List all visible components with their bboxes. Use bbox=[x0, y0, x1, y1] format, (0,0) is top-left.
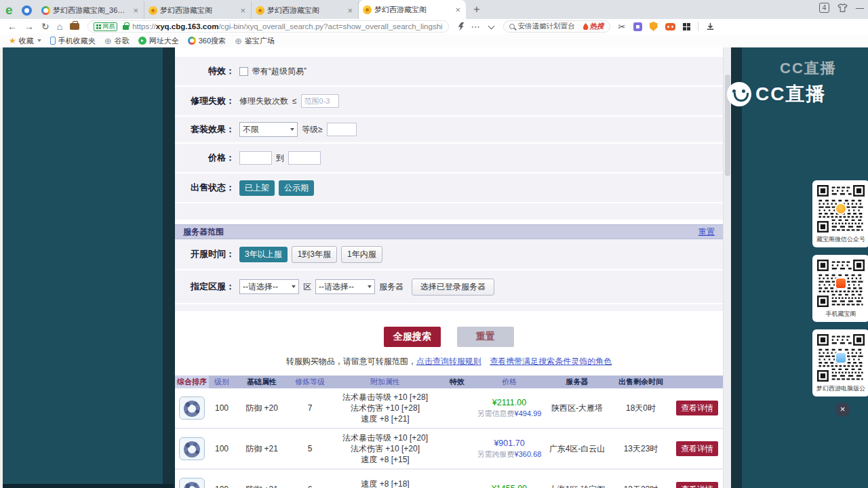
header-price[interactable]: 价格 bbox=[475, 377, 544, 387]
webpage-viewport: 特效： 带有“超级简易” 修理失败： 修理失败次数 ≤ 套装效果： 不限 bbox=[0, 47, 868, 488]
caret-down-icon bbox=[292, 285, 296, 288]
results-table: 综合排序 级别 基础属性 修炼等级 附加属性 特效 价格 服务器 出售剩余时间 … bbox=[175, 375, 723, 488]
header-server: 服务器 bbox=[544, 377, 610, 387]
bookmarks-bar: 收藏 手机收藏夹 谷歌 网址大全 360搜索 鉴宝广场 bbox=[0, 34, 868, 47]
profile-icon[interactable] bbox=[22, 5, 32, 16]
checkbox-label: 带有“超级简易” bbox=[252, 66, 307, 77]
form-spacer bbox=[175, 203, 723, 221]
shield-icon[interactable] bbox=[650, 22, 658, 31]
server-select[interactable]: --请选择-- bbox=[315, 279, 375, 294]
page-scrollbar[interactable] bbox=[723, 47, 731, 488]
cell-level: 100 bbox=[209, 485, 235, 488]
forward-icon[interactable]: → bbox=[24, 20, 34, 33]
zone-select[interactable]: --请选择-- bbox=[239, 279, 299, 294]
close-tab-icon[interactable]: × bbox=[454, 5, 462, 15]
bookmark-favorites[interactable]: 收藏 bbox=[9, 36, 41, 46]
qr-caption: 手机藏宝阁 bbox=[816, 310, 865, 319]
qr-caption: 藏宝阁微信公众号 bbox=[816, 235, 865, 244]
tab-search-result[interactable]: 梦幻西游藏宝阁_360搜索 × bbox=[37, 1, 144, 19]
filter-label: 开服时间： bbox=[175, 248, 235, 260]
filter-row-zone: 指定区服： --请选择-- 区 --请选择-- 服务器 选择已登录服务器 bbox=[175, 270, 723, 304]
item-ring-icon[interactable] bbox=[179, 478, 205, 488]
view-detail-button[interactable]: 查看详情 bbox=[676, 401, 718, 415]
table-row[interactable]: 100 防御 +21 5 法术暴击等级 +10 [+20]法术伤害 +10 [+… bbox=[175, 429, 723, 470]
tab-cbg-active[interactable]: 梦幻西游藏宝阁 × bbox=[359, 0, 466, 19]
price-min-input[interactable] bbox=[239, 151, 272, 165]
close-qr-sidebar-button[interactable]: × bbox=[835, 403, 850, 417]
more-menu-icon[interactable]: ⋯ bbox=[471, 22, 481, 32]
home-icon[interactable]: ⌂ bbox=[57, 20, 62, 33]
super-simple-checkbox[interactable] bbox=[239, 67, 248, 76]
header-refine[interactable]: 修炼等级 bbox=[289, 377, 331, 387]
browser-search-box[interactable]: 安倍遗孀计划置台 热搜 bbox=[503, 20, 610, 33]
url-field[interactable]: 网易 https://xyq.cbg.163.com/cgi-bin/xyq_o… bbox=[87, 20, 448, 33]
globe-icon bbox=[235, 36, 242, 46]
chevron-down-icon[interactable] bbox=[488, 22, 494, 29]
qr-sidebar: 藏宝阁微信公众号 手机藏宝阁 梦幻西游电脑版公众号 bbox=[812, 180, 868, 396]
bookmark-360search[interactable]: 360搜索 bbox=[188, 36, 226, 46]
status-public-button[interactable]: 公示期 bbox=[279, 180, 314, 196]
header-level[interactable]: 级别 bbox=[209, 377, 235, 387]
gamepad-icon[interactable] bbox=[665, 23, 675, 30]
browser-logo[interactable]: e bbox=[5, 4, 18, 16]
suit-effect-select[interactable]: 不限 bbox=[239, 122, 298, 137]
download-icon[interactable] bbox=[706, 22, 715, 31]
filter-row-opentime: 开服时间： 3年以上服 1到3年服 1年内服 bbox=[175, 239, 723, 270]
qr-panel-mobile-cbg: 手机藏宝阁 bbox=[812, 255, 868, 322]
flash-icon[interactable] bbox=[458, 22, 465, 31]
tab-strip: e 梦幻西游藏宝阁_360搜索 × 梦幻西游藏宝阁 × 梦幻西游藏宝阁 × 梦幻… bbox=[0, 0, 868, 19]
bookmark-mobile-favorites[interactable]: 手机收藏夹 bbox=[50, 36, 96, 46]
matching-role-link[interactable]: 查看携带满足搜索条件灵饰的角色 bbox=[490, 357, 612, 366]
briefcase-icon[interactable] bbox=[70, 23, 79, 30]
qr-center-badge bbox=[835, 352, 847, 364]
bookmark-sites[interactable]: 网址大全 bbox=[138, 36, 179, 46]
cell-price: ¥901.70 另需跨服费¥360.68 bbox=[475, 439, 544, 460]
screenshot-scissors-icon[interactable]: ✂ bbox=[618, 22, 626, 32]
hot-search-badge[interactable]: 热搜 bbox=[583, 22, 604, 31]
close-tab-icon[interactable]: × bbox=[239, 5, 247, 16]
reset-button[interactable]: 重置 bbox=[457, 327, 514, 347]
apps-grid-icon[interactable] bbox=[683, 23, 690, 30]
repair-count-input[interactable] bbox=[301, 94, 339, 108]
tab-cbg-1[interactable]: 梦幻西游藏宝阁 × bbox=[144, 1, 252, 19]
content-shadow-left bbox=[163, 47, 175, 488]
close-tab-icon[interactable]: × bbox=[346, 5, 354, 16]
table-row[interactable]: 100 防御 +20 7 法术暴击等级 +10 [+28]法术伤害 +10 [+… bbox=[175, 388, 723, 429]
filter-label: 套装效果： bbox=[175, 123, 235, 136]
bookmark-google[interactable]: 谷歌 bbox=[104, 36, 130, 46]
url-text: https://xyq.cbg.163.com/cgi-bin/xyq_over… bbox=[132, 22, 442, 30]
server-reset-link[interactable]: 重置 bbox=[698, 226, 715, 238]
select-logged-server-button[interactable]: 选择已登录服务器 bbox=[412, 279, 494, 296]
tab-cbg-2[interactable]: 梦幻西游藏宝阁 × bbox=[252, 1, 359, 19]
new-tab-button[interactable]: + bbox=[469, 1, 485, 18]
item-ring-icon[interactable] bbox=[179, 396, 205, 420]
minimize-button[interactable]: — bbox=[856, 3, 864, 13]
view-detail-button[interactable]: 查看详情 bbox=[676, 441, 718, 456]
item-ring-icon[interactable] bbox=[179, 437, 205, 460]
header-extra-attr[interactable]: 附加属性 bbox=[331, 377, 439, 387]
zone-word: 区 bbox=[303, 281, 311, 293]
cell-level: 100 bbox=[209, 403, 235, 413]
https-lock-icon bbox=[123, 25, 129, 30]
back-icon[interactable]: ← bbox=[7, 20, 17, 33]
opentime-within1-button[interactable]: 1年内服 bbox=[341, 246, 382, 263]
360-favicon bbox=[41, 6, 50, 15]
transfer-rule-link[interactable]: 点击查询转服规则 bbox=[416, 357, 481, 366]
tab-count-badge[interactable]: 4 bbox=[819, 3, 829, 13]
header-sort[interactable]: 综合排序 bbox=[175, 375, 209, 388]
header-base-attr: 基础属性 bbox=[235, 377, 289, 387]
extension-icon[interactable] bbox=[633, 22, 642, 31]
bookmark-jianbao[interactable]: 鉴宝广场 bbox=[235, 36, 275, 46]
status-onsale-button[interactable]: 已上架 bbox=[239, 180, 275, 196]
suit-level-input[interactable] bbox=[327, 123, 357, 136]
price-max-input[interactable] bbox=[288, 151, 321, 165]
full-server-search-button[interactable]: 全服搜索 bbox=[384, 327, 441, 347]
theme-skin-icon[interactable] bbox=[837, 3, 848, 12]
view-detail-button[interactable]: 查看详情 bbox=[676, 482, 718, 488]
opentime-3plus-button[interactable]: 3年以上服 bbox=[239, 247, 288, 262]
tab-title: 梦幻西游藏宝阁 bbox=[374, 5, 451, 15]
reload-icon[interactable]: ↻ bbox=[41, 20, 50, 33]
table-row[interactable]: 100 防御 +21 6 速度 +8 [+18]法术伤害 +10 [+24] ¥… bbox=[175, 470, 723, 488]
opentime-1to3-button[interactable]: 1到3年服 bbox=[292, 246, 337, 263]
close-tab-icon[interactable]: × bbox=[132, 5, 140, 16]
